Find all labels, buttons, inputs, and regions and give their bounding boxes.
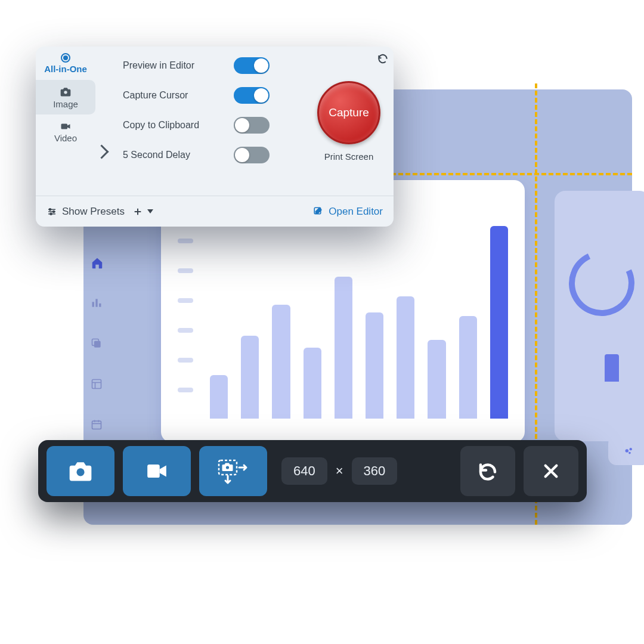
target-icon: [61, 53, 70, 63]
tab-label: Video: [54, 133, 77, 143]
shortcut-label: Print Screen: [324, 151, 374, 162]
home-icon[interactable]: [91, 256, 104, 270]
dimensions-display: 640 × 360: [281, 457, 397, 485]
dashboard-sidebar: [91, 256, 104, 432]
chart-bar: [335, 277, 352, 419]
tab-label: All-in-One: [44, 64, 87, 74]
scrolling-capture-icon: [215, 457, 251, 485]
setting-label: Capture Cursor: [123, 90, 223, 101]
svg-point-9: [628, 452, 631, 454]
setting-row: Preview in Editor: [123, 57, 295, 74]
progress-ring-icon: [560, 242, 644, 326]
setting-label: Preview in Editor: [123, 60, 223, 71]
svg-rect-1: [95, 299, 97, 306]
undo-button[interactable]: [460, 446, 515, 496]
tab-all-in-one[interactable]: All-in-One: [36, 47, 95, 80]
svg-rect-17: [147, 465, 160, 478]
capture-button[interactable]: Capture: [317, 81, 380, 144]
chart-bar: [459, 316, 477, 419]
setting-toggle[interactable]: [234, 57, 270, 74]
show-presets-label: Show Presets: [62, 206, 125, 218]
setting-row: Copy to Clipboard: [123, 117, 295, 134]
open-editor-button[interactable]: Open Editor: [313, 206, 383, 218]
share-button[interactable]: [608, 435, 644, 465]
mode-tabs: All-in-One Image Video: [36, 47, 95, 196]
svg-rect-11: [61, 123, 68, 129]
chart-bar: [210, 375, 228, 419]
undo-icon[interactable]: [377, 52, 389, 67]
chart-bars: [210, 222, 508, 419]
setting-row: 5 Second Delay: [123, 147, 295, 163]
bar-chart-icon[interactable]: [91, 297, 104, 310]
tab-label: Image: [53, 99, 78, 109]
svg-rect-0: [92, 302, 94, 306]
chart-bar: [397, 296, 414, 419]
setting-toggle[interactable]: [234, 117, 270, 134]
camera-icon: [59, 86, 72, 98]
dimension-separator: ×: [336, 463, 343, 479]
width-input[interactable]: 640: [281, 457, 327, 485]
svg-rect-5: [92, 380, 101, 389]
svg-point-19: [226, 466, 229, 469]
svg-point-10: [64, 91, 67, 94]
chart-bar: [428, 340, 445, 419]
capture-image-button[interactable]: [47, 446, 114, 496]
sliders-icon: [47, 206, 57, 217]
camera-icon: [65, 458, 96, 484]
capture-scrolling-button[interactable]: [199, 446, 267, 496]
chevron-down-icon: [147, 209, 153, 213]
undo-icon: [477, 460, 499, 482]
open-editor-label: Open Editor: [329, 206, 383, 218]
setting-toggle[interactable]: [234, 147, 270, 163]
chart-bar: [241, 336, 259, 419]
chart-bar: [272, 305, 290, 419]
setting-row: Capture Cursor: [123, 87, 295, 104]
setting-toggle[interactable]: [234, 87, 270, 104]
chart-bar: [490, 226, 508, 419]
layout-icon[interactable]: [91, 378, 104, 391]
height-input[interactable]: 360: [352, 457, 398, 485]
setting-label: Copy to Clipboard: [123, 120, 223, 131]
close-icon: [541, 462, 561, 481]
svg-point-12: [49, 208, 51, 210]
svg-point-7: [626, 449, 629, 453]
video-icon: [59, 121, 72, 132]
mini-bar: [605, 354, 619, 382]
show-presets-button[interactable]: Show Presets: [47, 206, 125, 218]
setting-label: 5 Second Delay: [123, 150, 223, 160]
capture-settings-panel: All-in-One Image Video Preview in Editor…: [36, 47, 394, 227]
chart-bar: [304, 348, 321, 419]
capture-video-button[interactable]: [123, 446, 191, 496]
svg-point-13: [53, 210, 55, 212]
video-icon: [142, 460, 172, 482]
calendar-icon[interactable]: [91, 419, 104, 432]
svg-point-8: [630, 448, 632, 450]
svg-rect-3: [94, 341, 101, 348]
svg-rect-6: [92, 421, 101, 429]
chart-bar: [366, 312, 383, 419]
side-card: [555, 191, 644, 441]
svg-rect-2: [99, 304, 101, 307]
close-button[interactable]: [524, 446, 578, 496]
copy-icon[interactable]: [91, 338, 104, 351]
tab-video[interactable]: Video: [36, 114, 95, 149]
chart-y-ticks: [178, 239, 193, 392]
svg-point-14: [50, 213, 52, 215]
svg-point-16: [76, 468, 84, 476]
edit-icon: [313, 206, 324, 217]
chevron-right-icon: [95, 47, 107, 196]
capture-toolbar: 640 × 360: [38, 440, 587, 502]
capture-label: Capture: [329, 106, 369, 119]
tab-image[interactable]: Image: [36, 80, 95, 114]
settings-list: Preview in EditorCapture CursorCopy to C…: [107, 47, 304, 196]
plus-icon: [133, 207, 143, 216]
add-preset-button[interactable]: [133, 207, 153, 216]
